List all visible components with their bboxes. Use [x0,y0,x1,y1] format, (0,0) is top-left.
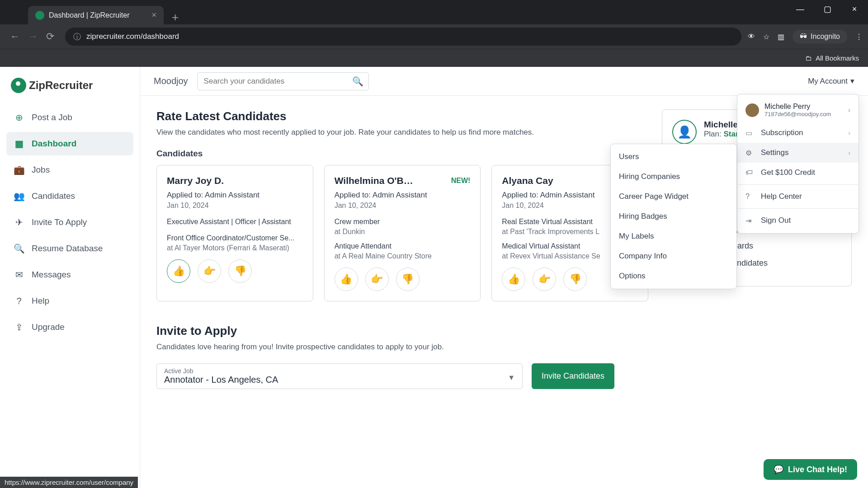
menu-item-settings[interactable]: ⚙ Settings › [737,143,859,163]
back-button[interactable]: ← [10,31,20,42]
sidebar-item-candidates[interactable]: 👥 Candidates [6,184,133,208]
candidates-header: Candidates View [156,149,648,159]
thumbs-down-button[interactable]: 👎 [228,259,252,283]
search-input[interactable] [197,72,369,90]
sidebar-item-dashboard[interactable]: ▦ Dashboard [6,132,133,155]
account-label: My Account [808,77,848,86]
all-bookmarks-button[interactable]: All Bookmarks [816,54,859,62]
menu-item-help-center[interactable]: ? Help Center [737,187,859,206]
chevron-right-icon: › [848,149,850,156]
eye-off-icon[interactable]: 👁 [748,33,755,41]
upgrade-icon: ⇪ [14,322,24,333]
submenu-item-hiring-companies[interactable]: Hiring Companies [611,167,736,187]
new-badge: NEW! [451,177,471,185]
submenu-item-options[interactable]: Options [611,266,736,286]
chat-icon: 💬 [774,465,783,474]
exit-icon: ⇥ [745,216,755,225]
experience-title: Antique Attendant [335,242,471,250]
bookmarks-bar: 🗀 All Bookmarks [0,49,868,67]
menu-item-credit[interactable]: 🏷 Get $100 Credit [737,163,859,183]
active-job-dropdown[interactable]: Active Job Annotator - Los Angeles, CA ▼ [156,363,523,389]
sidebar: ZipRecruiter ⊕ Post a Job ▦ Dashboard 💼 … [0,67,140,488]
menu-separator [737,184,859,185]
candidate-card[interactable]: Marry Joy D. Applied to: Admin Assistant… [156,165,313,301]
plus-circle-icon: ⊕ [14,112,24,123]
chevron-down-icon: ▼ [508,374,515,382]
search-container: 🔍 [197,72,369,90]
new-tab-button[interactable]: + [164,10,187,24]
thumbs-down-button[interactable]: 👎 [563,267,587,291]
menu-item-sign-out[interactable]: ⇥ Sign Out [737,211,859,230]
submenu-item-users[interactable]: Users [611,147,736,167]
neutral-button[interactable]: 👉 [365,267,389,291]
thumbs-up-button[interactable]: 👍 [167,259,190,283]
close-tab-icon[interactable]: × [151,10,156,20]
mail-icon: ✉ [14,269,24,280]
menu-item-subscription[interactable]: ▭ Subscription › [737,123,859,143]
candidates-label: Candidates [156,149,203,159]
window-controls: — ▢ × [787,0,868,24]
invite-candidates-button[interactable]: Invite Candidates [532,363,614,389]
candidate-name: Marry Joy D. [167,175,303,186]
sidebar-item-jobs[interactable]: 💼 Jobs [6,158,133,182]
chevron-down-icon: ▾ [850,76,854,86]
topbar: Moodjoy 🔍 My Account ▾ [140,67,868,96]
submenu-item-hiring-badges[interactable]: Hiring Badges [611,206,736,226]
incognito-badge[interactable]: 🕶 Incognito [793,30,847,43]
logo[interactable]: ZipRecruiter [6,78,133,106]
bookmark-star-icon[interactable]: ☆ [763,33,769,41]
reload-button[interactable]: ⟳ [46,31,54,42]
submenu-item-career-page-widget[interactable]: Career Page Widget [611,187,736,206]
thumbs-up-button[interactable]: 👍 [335,267,358,291]
menu-item-label: Get $100 Credit [761,168,815,177]
account-menu-user[interactable]: Michelle Perry 7187de56@moodjoy.com › [737,97,859,123]
logo-mark-icon [11,78,26,93]
thumbs-down-button[interactable]: 👎 [396,267,420,291]
side-panel-icon[interactable]: ▥ [778,33,784,41]
browser-chrome: Dashboard | ZipRecruiter × + — ▢ × ← → ⟳… [0,0,868,67]
my-account-trigger[interactable]: My Account ▾ [808,76,854,86]
sidebar-item-post-job[interactable]: ⊕ Post a Job [6,106,133,129]
chat-label: Live Chat Help! [788,465,847,474]
maximize-button[interactable]: ▢ [814,0,841,18]
minimize-button[interactable]: — [787,0,814,18]
applied-date: Jan 10, 2024 [167,202,303,210]
close-window-button[interactable]: × [841,0,868,18]
experience-title: Front Office Coordinator/Customer Se... [167,234,303,242]
sidebar-item-invite[interactable]: ✈ Invite To Apply [6,211,133,234]
search-icon[interactable]: 🔍 [352,76,363,87]
kebab-menu-icon[interactable]: ⋮ [855,33,863,41]
forward-button[interactable]: → [28,31,38,42]
sidebar-item-help[interactable]: ? Help [6,289,133,313]
sidebar-item-label: Post a Job [32,113,72,122]
sidebar-item-resume-db[interactable]: 🔍 Resume Database [6,237,133,260]
site-info-icon[interactable]: ⓘ [73,32,81,42]
address-bar: ← → ⟳ ⓘ ziprecruiter.com/dashboard 👁 ☆ ▥… [0,24,868,49]
sidebar-item-label: Help [32,296,49,306]
sidebar-item-upgrade[interactable]: ⇪ Upgrade [6,315,133,339]
live-chat-button[interactable]: 💬 Live Chat Help! [764,459,857,480]
company-name[interactable]: Moodjoy [154,76,188,86]
invite-section: Invite to Apply Candidates love hearing … [156,324,648,389]
chevron-right-icon: › [848,106,850,114]
url-input[interactable]: ⓘ ziprecruiter.com/dashboard [65,28,741,46]
invite-title: Invite to Apply [156,324,648,338]
incognito-label: Incognito [811,33,840,41]
neutral-button[interactable]: 👉 [198,259,221,283]
submenu-item-my-labels[interactable]: My Labels [611,226,736,246]
card-icon: ▭ [745,129,755,137]
candidate-cards: Marry Joy D. Applied to: Admin Assistant… [156,165,648,301]
submenu-item-company-info[interactable]: Company Info [611,246,736,266]
menu-item-label: Subscription [761,128,803,137]
browser-tab[interactable]: Dashboard | ZipRecruiter × [28,6,164,24]
candidate-card[interactable]: Wilhelmina O'B… NEW! Applied to: Admin A… [324,165,481,301]
menu-separator [737,208,859,209]
thumbs-up-button[interactable]: 👍 [502,267,525,291]
applied-date: Jan 10, 2024 [335,202,471,210]
applied-to: Applied to: Admin Assistant [167,191,303,200]
experience-company: at Dunkin [335,228,471,236]
neutral-button[interactable]: 👉 [533,267,556,291]
sidebar-item-messages[interactable]: ✉ Messages [6,263,133,286]
main-area: Moodjoy 🔍 My Account ▾ Rate Latest Candi… [140,67,868,488]
favicon-icon [35,11,44,20]
